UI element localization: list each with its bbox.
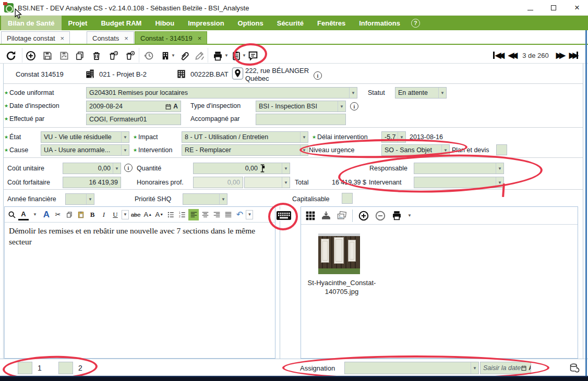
print-photo-icon[interactable] (391, 210, 402, 221)
date-inspection-field[interactable]: 2009-08-24A (86, 101, 181, 112)
page-1-button[interactable] (18, 362, 32, 374)
paste-icon[interactable] (76, 209, 86, 220)
chevron-down-icon[interactable]: ▼ (398, 132, 405, 142)
tab-close-icon[interactable]: × (198, 34, 202, 42)
quantite-field[interactable]: 0,00▼ (193, 163, 290, 174)
print-button[interactable] (211, 49, 224, 63)
bold-icon[interactable]: B (87, 209, 98, 220)
impact-select[interactable]: 8 - UT - Utilisation / Entretien▼ (182, 131, 308, 143)
auto-date-button[interactable]: A (173, 103, 178, 110)
history-button[interactable] (142, 49, 155, 63)
tab-close-icon[interactable]: × (61, 34, 65, 42)
chevron-down-icon[interactable]: ▼ (300, 145, 308, 155)
align-right-icon[interactable] (211, 209, 222, 220)
accompagne-par-field[interactable] (256, 114, 346, 125)
honoraires-field[interactable]: 0,00 (193, 177, 243, 188)
last-record-button[interactable]: ▶▶ (567, 51, 578, 60)
add-button[interactable] (24, 49, 38, 63)
numbered-list-icon[interactable]: 12 (177, 209, 187, 220)
menu-item-hibou[interactable]: Hibou (148, 16, 181, 30)
chevron-down-icon[interactable]: ▼ (121, 132, 129, 142)
chevron-down-icon[interactable]: ▼ (122, 210, 129, 219)
chevron-down-icon[interactable]: ▼ (441, 145, 449, 155)
underline-icon[interactable]: U (110, 209, 121, 220)
intervention-select[interactable]: RE - Remplacer▼ (182, 144, 308, 156)
search-icon[interactable] (7, 209, 17, 220)
cout-unitaire-field[interactable]: 0,00▼ (63, 163, 121, 174)
chevron-down-icon[interactable]: ▼ (471, 362, 478, 374)
tab-close-icon[interactable]: × (124, 34, 128, 42)
chevron-down-icon[interactable]: ▼ (300, 132, 308, 142)
effectue-par-field[interactable]: COGI, Formateur01 (86, 114, 181, 125)
tab-constats[interactable]: Constats × (87, 31, 134, 45)
delai-intervention-field[interactable]: -5,7▼ (381, 131, 406, 143)
code-uniformat-select[interactable]: G204301 Remises pour locataires▼ (86, 87, 357, 99)
zoom-in-icon[interactable] (358, 210, 369, 222)
font-icon[interactable]: A (41, 209, 52, 220)
import-photo-icon[interactable] (321, 211, 331, 221)
clipboard-button[interactable] (230, 49, 243, 63)
signature-button[interactable] (193, 49, 207, 63)
save-refresh-button[interactable] (57, 49, 71, 63)
intervenant-select[interactable]: ▼ (414, 177, 504, 188)
niveau-urgence-select[interactable]: SO - Sans Objet▼ (381, 144, 450, 156)
attachment-button[interactable] (177, 49, 191, 63)
annee-financiere-select[interactable]: ▼ (65, 193, 94, 205)
chevron-down-icon[interactable]: ▼ (282, 177, 290, 188)
honoraires-unit-select[interactable]: ▼ (244, 177, 290, 188)
info-icon[interactable]: i (314, 71, 322, 80)
font-color-icon[interactable]: A (18, 209, 29, 220)
chevron-down-icon[interactable]: ▼ (224, 53, 229, 58)
copy-icon[interactable] (64, 209, 75, 220)
close-button[interactable]: × (566, 0, 588, 16)
comment-button[interactable] (246, 49, 260, 63)
help-icon[interactable]: ? (411, 19, 420, 28)
grow-font-icon[interactable]: A▲ (142, 209, 153, 220)
chevron-down-icon[interactable]: ▼ (438, 88, 446, 98)
assignation-select[interactable]: ▼ (344, 362, 479, 374)
photos-icon[interactable] (337, 211, 347, 221)
description-textarea[interactable]: Démolir les remises et en rebâtir une no… (5, 223, 275, 358)
maximize-button[interactable] (543, 0, 565, 16)
minimize-button[interactable] (519, 0, 541, 16)
chevron-down-icon[interactable]: ▼ (121, 145, 129, 155)
align-center-icon[interactable] (200, 209, 210, 220)
first-record-button[interactable]: ◀◀ (493, 51, 505, 60)
menu-item-bilan-de-sante[interactable]: Bilan de Santé (1, 16, 62, 30)
info-icon[interactable]: i (124, 164, 133, 172)
chevron-down-icon[interactable]: ▼ (407, 213, 412, 218)
save-button[interactable] (41, 49, 54, 63)
page-2-button[interactable] (58, 362, 73, 374)
next-record-button[interactable]: ▶▶ (554, 51, 563, 60)
chevron-down-icon[interactable]: ▼ (349, 88, 357, 98)
page-2-label[interactable]: 2 (78, 364, 82, 372)
chevron-down-icon[interactable]: ▼ (246, 210, 253, 219)
chevron-down-icon[interactable]: ▼ (496, 163, 503, 174)
priorite-shq-select[interactable]: ▼ (183, 193, 227, 205)
calendar-icon[interactable] (165, 103, 172, 110)
justify-icon[interactable] (223, 209, 233, 220)
menu-item-fenetres[interactable]: Fenêtres (310, 16, 352, 30)
italic-icon[interactable]: I (99, 209, 109, 220)
chevron-down-icon[interactable]: ▼ (171, 53, 175, 58)
copy-button[interactable] (73, 49, 87, 63)
bullet-list-icon[interactable] (165, 209, 176, 220)
type-inspection-select[interactable]: BSI - Inspection BSI▼ (256, 101, 346, 112)
strikethrough-icon[interactable]: abe (130, 209, 141, 220)
virtual-keyboard-button[interactable] (276, 210, 292, 221)
align-left-icon[interactable] (188, 209, 199, 220)
menu-item-impression[interactable]: Impression (181, 16, 231, 30)
assignation-date-field[interactable]: Saisir la dateA (480, 362, 531, 374)
chevron-down-icon[interactable]: ▼ (219, 194, 227, 204)
photo-thumbnail[interactable] (318, 233, 360, 274)
calendar-icon[interactable] (521, 365, 527, 371)
undo-icon[interactable]: ↶ (234, 209, 245, 220)
tab-constat-314519[interactable]: Constat - 314519 × (135, 31, 207, 45)
etat-select[interactable]: VU - Vie utile résiduelle▼ (41, 131, 129, 143)
menu-item-securite[interactable]: Sécurité (270, 16, 310, 30)
chevron-down-icon[interactable]: ▼ (338, 101, 345, 112)
plan-et-devis-checkbox[interactable] (496, 144, 507, 155)
cut-icon[interactable]: ✂ (53, 209, 63, 220)
page-1-label[interactable]: 1 (38, 364, 42, 372)
chevron-down-icon[interactable]: ▼ (242, 53, 246, 58)
